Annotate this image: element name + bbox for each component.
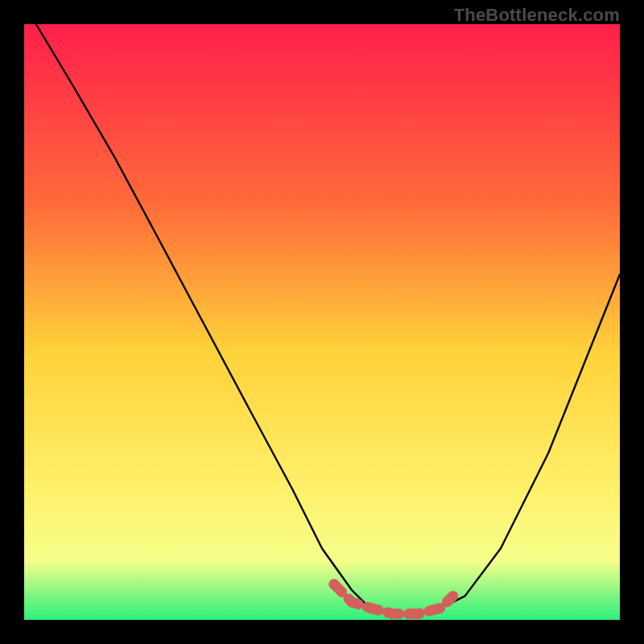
watermark-text: TheBottleneck.com bbox=[454, 5, 620, 26]
gradient-rect bbox=[24, 24, 620, 620]
chart-svg bbox=[24, 24, 620, 620]
plot-area bbox=[24, 24, 620, 620]
chart-frame: TheBottleneck.com bbox=[0, 0, 644, 644]
